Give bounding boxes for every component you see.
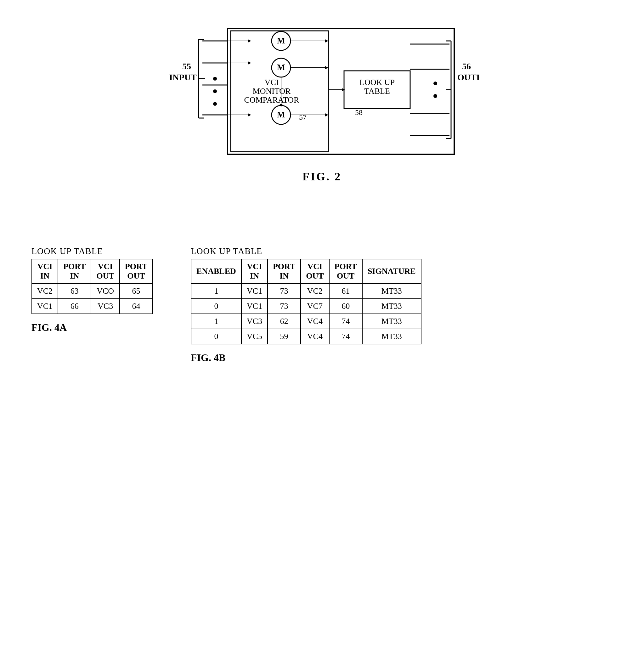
table-cell: 65 xyxy=(119,283,152,299)
table-cell: 64 xyxy=(119,299,152,314)
fig4b-block: LOOK UP TABLE ENABLED VCIIN PORTIN VCIOU… xyxy=(191,246,421,363)
fig4b-col-vci-in: VCIIN xyxy=(241,259,268,283)
fig4a-table: VCIIN PORTIN VCIOUT PORTOUT VC263VCO65VC… xyxy=(31,259,153,314)
table-cell: VC7 xyxy=(301,299,329,314)
page: M M M VCI MONITOR COMPARATOR – xyxy=(0,0,644,667)
fig4a-col-port-in: PORTIN xyxy=(58,259,91,283)
svg-text:MONITOR: MONITOR xyxy=(253,86,291,96)
fig4b-caption: FIG. 4B xyxy=(191,352,225,363)
table-row: 0VC559VC474MT33 xyxy=(191,329,421,344)
svg-point-12 xyxy=(213,102,217,106)
table-cell: VC4 xyxy=(301,329,329,344)
table-cell: 0 xyxy=(191,299,241,314)
table-cell: MT33 xyxy=(362,283,421,299)
svg-text:M: M xyxy=(277,62,285,72)
fig4b-col-signature: SIGNATURE xyxy=(362,259,421,283)
fig4a-title: LOOK UP TABLE xyxy=(31,246,103,256)
fig4b-col-enabled: ENABLED xyxy=(191,259,241,283)
svg-text:M: M xyxy=(277,36,285,45)
svg-point-45 xyxy=(433,94,437,98)
table-cell: 60 xyxy=(329,299,362,314)
fig4a-caption: FIG. 4A xyxy=(31,322,67,334)
fig2-diagram: M M M VCI MONITOR COMPARATOR – xyxy=(13,22,631,183)
table-cell: MT33 xyxy=(362,329,421,344)
table-cell: VC3 xyxy=(241,314,268,329)
svg-text:COMPARATOR: COMPARATOR xyxy=(244,95,300,104)
fig4b-title: LOOK UP TABLE xyxy=(191,246,262,256)
table-cell: 63 xyxy=(58,283,91,299)
svg-point-10 xyxy=(213,77,217,81)
table-cell: 73 xyxy=(268,283,301,299)
svg-text:58: 58 xyxy=(355,108,363,116)
svg-text:–57: –57 xyxy=(295,113,307,121)
fig4a-col-vci-out: VCIOUT xyxy=(91,259,119,283)
table-cell: 66 xyxy=(58,299,91,314)
fig4a-header-row: VCIIN PORTIN VCIOUT PORTOUT xyxy=(32,259,152,283)
table-cell: 0 xyxy=(191,329,241,344)
fig2-caption: FIG. 2 xyxy=(303,170,341,183)
fig4b-header-row: ENABLED VCIIN PORTIN VCIOUT PORTOUT SIGN… xyxy=(191,259,421,283)
svg-text:56: 56 xyxy=(462,61,471,71)
fig2-svg: M M M VCI MONITOR COMPARATOR – xyxy=(165,22,479,164)
table-row: 0VC173VC760MT33 xyxy=(191,299,421,314)
svg-marker-5 xyxy=(248,39,251,43)
svg-text:OUTPUT: OUTPUT xyxy=(457,72,479,82)
table-row: VC166VC364 xyxy=(32,299,152,314)
svg-marker-9 xyxy=(248,113,251,116)
fig4b-col-vci-out: VCIOUT xyxy=(301,259,329,283)
table-cell: VC1 xyxy=(241,283,268,299)
table-cell: VC2 xyxy=(301,283,329,299)
svg-text:LOOK UP: LOOK UP xyxy=(359,78,395,87)
fig4a-col-vci-in: VCIIN xyxy=(32,259,58,283)
table-cell: MT33 xyxy=(362,299,421,314)
svg-text:55: 55 xyxy=(182,61,191,71)
table-cell: VC1 xyxy=(32,299,58,314)
table-cell: 62 xyxy=(268,314,301,329)
table-row: 1VC362VC474MT33 xyxy=(191,314,421,329)
table-cell: VC5 xyxy=(241,329,268,344)
svg-marker-7 xyxy=(248,61,251,65)
table-cell: VCO xyxy=(91,283,119,299)
table-cell: 59 xyxy=(268,329,301,344)
table-cell: VC1 xyxy=(241,299,268,314)
table-cell: 74 xyxy=(329,314,362,329)
table-cell: MT33 xyxy=(362,314,421,329)
table-cell: 73 xyxy=(268,299,301,314)
table-row: 1VC173VC261MT33 xyxy=(191,283,421,299)
svg-text:TABLE: TABLE xyxy=(364,86,390,96)
fig4b-col-port-out: PORTOUT xyxy=(329,259,362,283)
table-row: VC263VCO65 xyxy=(32,283,152,299)
fig4a-col-port-out: PORTOUT xyxy=(119,259,152,283)
table-cell: 74 xyxy=(329,329,362,344)
table-cell: VC2 xyxy=(32,283,58,299)
table-cell: VC4 xyxy=(301,314,329,329)
svg-text:M: M xyxy=(277,110,285,119)
svg-point-44 xyxy=(433,82,437,85)
svg-text:VCI: VCI xyxy=(265,78,279,87)
tables-section: LOOK UP TABLE VCIIN PORTIN VCIOUT PORTOU… xyxy=(13,246,631,363)
fig4b-table: ENABLED VCIIN PORTIN VCIOUT PORTOUT SIGN… xyxy=(191,259,421,344)
table-cell: 1 xyxy=(191,283,241,299)
svg-text:INPUT: INPUT xyxy=(169,72,196,82)
fig4a-block: LOOK UP TABLE VCIIN PORTIN VCIOUT PORTOU… xyxy=(31,246,153,334)
fig4b-col-port-in: PORTIN xyxy=(268,259,301,283)
svg-point-11 xyxy=(213,90,217,93)
table-cell: 1 xyxy=(191,314,241,329)
table-cell: VC3 xyxy=(91,299,119,314)
table-cell: 61 xyxy=(329,283,362,299)
